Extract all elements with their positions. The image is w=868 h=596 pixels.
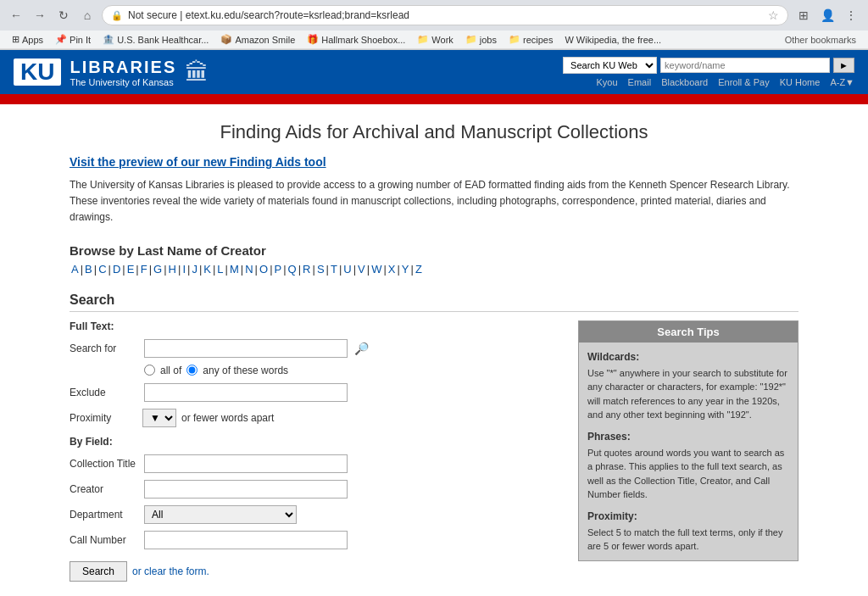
department-label: Department (70, 509, 137, 521)
all-of-label: all of (160, 365, 181, 376)
search-icon: 🔎 (354, 342, 369, 355)
alpha-link-k[interactable]: K (202, 263, 213, 276)
search-for-label: Search for (70, 343, 137, 354)
alpha-link-e[interactable]: E (125, 263, 136, 276)
alpha-link-j[interactable]: J (190, 263, 199, 276)
department-row: Department All (70, 505, 561, 524)
radio-row: all of any of these words (144, 365, 561, 376)
header-top: KU LIBRARIES The University of Kansas 🏛 … (0, 50, 868, 94)
email-link[interactable]: Email (628, 77, 652, 87)
alpha-link-f[interactable]: F (139, 263, 149, 276)
alpha-link-n[interactable]: N (243, 263, 254, 276)
page-title: Finding Aids for Archival and Manuscript… (70, 121, 798, 143)
bookmark-amazon[interactable]: 📦 Amazon Smile (215, 32, 300, 47)
kyou-link[interactable]: Kyou (597, 77, 618, 87)
extensions-button[interactable]: ⊞ (793, 5, 814, 25)
alpha-link-y[interactable]: Y (400, 263, 411, 276)
proximity-select[interactable]: ▼ 5 10 (142, 409, 176, 427)
alpha-link-x[interactable]: X (387, 263, 398, 276)
collection-title-input[interactable] (144, 454, 348, 473)
bookmark-apps[interactable]: ⊞ Apps (7, 32, 48, 47)
phrases-title: Phrases: (587, 429, 789, 444)
bookmark-jobs[interactable]: 📁 jobs (460, 32, 502, 47)
back-button[interactable]: ← (7, 6, 25, 25)
address-bar[interactable]: 🔒 Not secure | etext.ku.edu/search?route… (102, 5, 788, 25)
bookmark-wikipedia[interactable]: W Wikipedia, the free... (559, 33, 666, 47)
bookmark-pinit[interactable]: 📌 Pin It (50, 32, 96, 47)
alpha-link-w[interactable]: W (370, 263, 383, 276)
bookmark-bank[interactable]: 🏦 U.S. Bank Healthcar... (97, 32, 214, 47)
button-row: Search or clear the form. (70, 561, 561, 582)
bank-icon: 🏦 (103, 34, 114, 45)
alpha-link-b[interactable]: B (83, 263, 94, 276)
alpha-link-s[interactable]: S (315, 263, 326, 276)
alpha-link-u[interactable]: U (342, 263, 353, 276)
menu-button[interactable]: ⋮ (841, 5, 861, 25)
reload-button[interactable]: ↻ (54, 6, 73, 25)
creator-label: Creator (70, 483, 137, 495)
bookmark-bank-label: U.S. Bank Healthcar... (117, 35, 209, 45)
apps-icon: ⊞ (12, 34, 19, 45)
wildcards-title: Wildcards: (587, 349, 789, 365)
alpha-link-v[interactable]: V (356, 263, 367, 276)
address-text: Not secure | etext.ku.edu/search?route=k… (128, 9, 763, 21)
profile-button[interactable]: 👤 (817, 5, 837, 25)
all-of-radio[interactable] (144, 365, 155, 376)
bookmark-star-icon[interactable]: ☆ (768, 8, 779, 22)
phrases-text: Put quotes around words you want to sear… (587, 448, 784, 500)
preview-link[interactable]: Visit the preview of our new Finding Aid… (70, 155, 798, 169)
tips-box: Search Tips Wildcards: Use "*" anywhere … (578, 320, 798, 561)
alpha-link-r[interactable]: R (301, 263, 312, 276)
alpha-link-a[interactable]: A (70, 263, 81, 276)
hallmark-icon: 🎁 (307, 34, 319, 45)
call-number-input[interactable] (144, 531, 348, 549)
browser-toolbar: ← → ↻ ⌂ 🔒 Not secure | etext.ku.edu/sear… (0, 0, 868, 31)
ku-home-link[interactable]: KU Home (780, 77, 821, 87)
forward-button[interactable]: → (31, 6, 49, 25)
search-button[interactable]: Search (70, 561, 127, 582)
department-select[interactable]: All (144, 505, 297, 524)
clear-form-link[interactable]: or clear the form. (132, 565, 209, 577)
blackboard-link[interactable]: Blackboard (661, 77, 708, 87)
alpha-link-p[interactable]: P (273, 263, 284, 276)
any-of-radio[interactable] (186, 365, 198, 376)
bookmark-work[interactable]: 📁 Work (412, 32, 458, 47)
home-button[interactable]: ⌂ (78, 6, 97, 25)
exclude-row: Exclude (70, 383, 561, 402)
building-icon: 🏛 (185, 58, 209, 86)
work-folder-icon: 📁 (417, 34, 429, 45)
tips-header: Search Tips (579, 321, 798, 343)
header-search-go-button[interactable]: ► (833, 58, 854, 73)
wikipedia-icon: W (565, 35, 573, 45)
bookmark-recipes[interactable]: 📁 recipes (504, 32, 558, 47)
alpha-link-g[interactable]: G (152, 263, 164, 276)
browser-chrome: ← → ↻ ⌂ 🔒 Not secure | etext.ku.edu/sear… (0, 0, 868, 50)
alpha-link-o[interactable]: O (258, 263, 270, 276)
alpha-link-h[interactable]: H (167, 263, 178, 276)
creator-input[interactable] (144, 480, 348, 499)
alpha-link-m[interactable]: M (228, 263, 241, 276)
search-for-input[interactable] (144, 339, 348, 358)
header-search-input[interactable] (660, 58, 830, 73)
other-bookmarks[interactable]: Other bookmarks (780, 33, 861, 47)
header-search-select[interactable]: Search KU Web Search Libraries (563, 57, 657, 74)
alpha-link-c[interactable]: C (97, 263, 108, 276)
alpha-link-q[interactable]: Q (287, 263, 298, 276)
collection-title-row: Collection Title (70, 454, 561, 473)
az-link[interactable]: A-Z▼ (830, 77, 854, 87)
alpha-link-i[interactable]: I (181, 263, 187, 276)
bookmark-hallmark[interactable]: 🎁 Hallmark Shoebox... (302, 32, 410, 47)
browse-section: Browse by Last Name of Creator A| B| C| … (70, 243, 798, 276)
bookmark-wikipedia-label: Wikipedia, the free... (576, 35, 661, 45)
alpha-link-d[interactable]: D (111, 263, 122, 276)
search-tips-area: Search Tips Wildcards: Use "*" anywhere … (578, 320, 798, 582)
alpha-link-t[interactable]: T (329, 263, 339, 276)
enroll-pay-link[interactable]: Enroll & Pay (718, 77, 770, 87)
exclude-label: Exclude (70, 387, 137, 398)
alpha-link-z[interactable]: Z (414, 263, 424, 276)
exclude-input[interactable] (144, 383, 348, 402)
collection-title-label: Collection Title (70, 458, 137, 470)
browse-title: Browse by Last Name of Creator (70, 243, 798, 258)
bookmark-jobs-label: jobs (480, 35, 497, 45)
alpha-link-l[interactable]: L (215, 263, 225, 276)
